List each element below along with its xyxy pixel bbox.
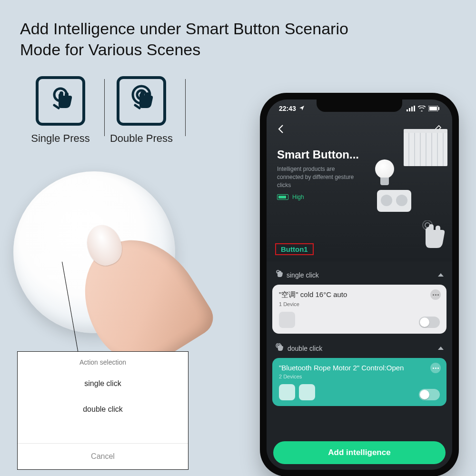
device-thumb: [279, 312, 295, 328]
phone-screen: 22:43: [267, 99, 452, 470]
location-icon: [299, 105, 305, 112]
plug-illustration: [377, 190, 411, 212]
device-subtitle: Intelligent products are connected by di…: [277, 165, 358, 189]
tap-icon: [275, 270, 283, 280]
double-tap-icon: [275, 343, 284, 353]
device-thumb: [299, 384, 315, 400]
curtain-illustration: [404, 129, 447, 166]
card-title: "空调" cold 16°C auto: [279, 290, 440, 299]
single-press-icon: [36, 76, 85, 126]
action-double-click[interactable]: double click: [18, 397, 188, 422]
svg-rect-5: [411, 107, 413, 111]
svg-rect-3: [407, 109, 408, 111]
single-press-label: Single Press: [31, 132, 90, 145]
status-time: 22:43: [279, 105, 296, 112]
section-single-click[interactable]: single click: [272, 267, 446, 285]
hand-illustration: [416, 220, 445, 258]
double-press-label: Double Press: [110, 132, 173, 145]
device-thumb: [279, 384, 295, 400]
section-label: double click: [288, 345, 322, 352]
svg-rect-4: [409, 108, 410, 111]
battery-label: High: [292, 194, 304, 200]
press-icons-row: Single Press Double Press: [20, 76, 182, 145]
chevron-up-icon: [438, 347, 444, 350]
more-icon[interactable]: [430, 289, 441, 300]
divider: [185, 79, 186, 136]
page-headline: Add Intelligence under Smart Button Scen…: [20, 18, 363, 60]
double-click-card[interactable]: "Bluetooth Rope Motor 2" Control:Open 2 …: [272, 358, 446, 406]
tab-button1[interactable]: Button1: [275, 243, 314, 255]
more-icon[interactable]: [430, 363, 441, 373]
phone-notch: [317, 99, 402, 112]
action-single-click[interactable]: single click: [18, 371, 188, 397]
wifi-icon: [418, 106, 426, 111]
action-sheet-title: Action selection: [18, 352, 188, 371]
single-click-toggle[interactable]: [419, 317, 440, 328]
action-selection-sheet: Action selection single click double cli…: [17, 351, 188, 470]
section-label: single click: [287, 271, 319, 279]
card-subtitle: 1 Device: [279, 301, 440, 307]
svg-rect-6: [414, 106, 415, 111]
double-press-icon: [117, 76, 166, 126]
spacer: [18, 422, 188, 443]
battery-level-icon: [277, 194, 288, 200]
bulb-illustration: [375, 159, 394, 186]
section-double-click[interactable]: double click: [272, 340, 446, 358]
double-press-col: Double Press: [101, 76, 182, 145]
device-battery: High: [277, 194, 442, 200]
back-button[interactable]: [277, 124, 284, 136]
actions-list: single click "空调" cold 16°C auto 1 Devic…: [267, 261, 452, 470]
double-click-toggle[interactable]: [419, 389, 440, 400]
signal-icon: [407, 106, 415, 111]
chevron-up-icon: [438, 273, 444, 277]
card-title: "Bluetooth Rope Motor 2" Control:Open: [279, 364, 440, 372]
svg-rect-8: [429, 107, 437, 110]
battery-icon: [428, 106, 440, 111]
single-click-card[interactable]: "空调" cold 16°C auto 1 Device: [272, 285, 446, 334]
phone-frame: 22:43: [260, 93, 459, 476]
card-subtitle: 2 Devices: [279, 374, 440, 379]
svg-rect-9: [438, 107, 439, 110]
action-cancel[interactable]: Cancel: [18, 444, 188, 469]
device-hero: Smart Button... Intelligent products are…: [267, 99, 452, 261]
add-intelligence-button[interactable]: Add intelligence: [273, 441, 446, 464]
single-press-col: Single Press: [20, 76, 101, 145]
